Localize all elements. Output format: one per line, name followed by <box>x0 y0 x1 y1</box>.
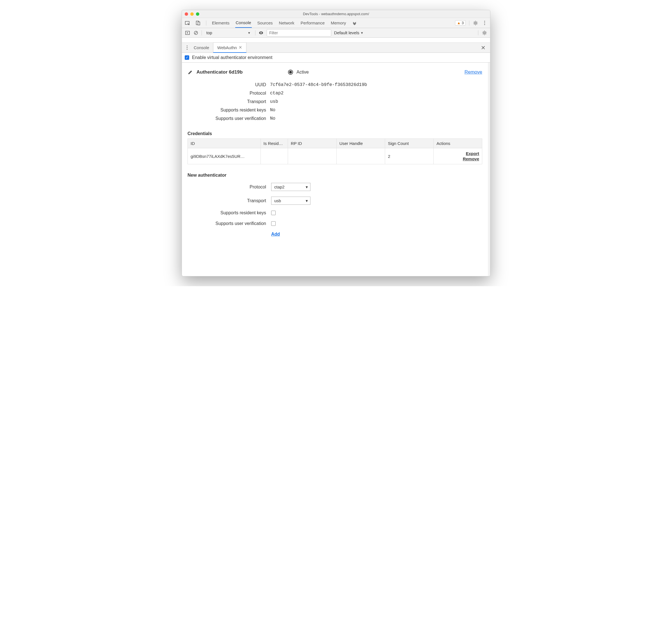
tab-memory[interactable]: Memory <box>330 18 347 27</box>
add-button[interactable]: Add <box>271 232 280 236</box>
credentials-table: ID Is Resid… RP ID User Handle Sign Coun… <box>188 138 482 164</box>
devtools-window: DevTools - webauthndemo.appspot.com/ Ele… <box>182 10 490 276</box>
webauthn-panel: Authenticator 6d19b Active Remove UUID7c… <box>182 63 490 276</box>
svg-point-9 <box>484 32 485 34</box>
tab-elements[interactable]: Elements <box>211 18 230 27</box>
chevron-down-icon: ▼ <box>360 31 363 34</box>
new-transport-label: Transport <box>188 198 266 203</box>
drawer-kebab-icon[interactable] <box>184 44 190 51</box>
gear-icon[interactable] <box>473 20 478 26</box>
filter-input[interactable] <box>267 29 331 37</box>
remove-credential-link[interactable]: Remove <box>436 157 479 161</box>
context-value: top <box>206 30 212 35</box>
enable-label: Enable virtual authenticator environment <box>192 55 272 60</box>
cred-rp-id <box>288 148 336 164</box>
transport-select[interactable]: usb <box>271 196 310 205</box>
new-protocol-label: Protocol <box>188 185 266 190</box>
uuid-label: UUID <box>188 82 266 87</box>
sidebar-toggle-icon[interactable] <box>185 30 190 36</box>
active-radio[interactable] <box>288 70 293 75</box>
drawer-tab-webauthn[interactable]: WebAuthn ✕ <box>213 42 246 53</box>
authenticator-header: Authenticator 6d19b Active Remove <box>188 69 482 75</box>
new-uv-label: Supports user verification <box>188 221 266 226</box>
device-toggle-icon[interactable] <box>195 20 201 26</box>
new-auth-title: New authenticator <box>188 173 482 178</box>
warning-icon: ▲ <box>457 21 461 25</box>
uv-value: No <box>270 116 275 121</box>
tab-sources[interactable]: Sources <box>257 18 273 27</box>
svg-point-3 <box>475 22 476 24</box>
chevron-down-icon: ▼ <box>247 31 251 34</box>
export-link[interactable]: Export <box>436 151 479 156</box>
transport-label: Transport <box>188 99 266 104</box>
transport-value: usb <box>270 99 278 104</box>
window-title: DevTools - webauthndemo.appspot.com/ <box>182 12 490 16</box>
close-drawer-icon[interactable]: ✕ <box>479 44 488 51</box>
table-row: gi9DBsn77iLAXdK7es5UR… 2 Export Remove <box>188 148 482 164</box>
col-is-resident: Is Resid… <box>261 139 288 148</box>
cred-sign-count: 2 <box>385 148 433 164</box>
console-settings-gear-icon[interactable] <box>482 30 487 36</box>
kebab-menu-icon[interactable] <box>482 20 487 26</box>
titlebar: DevTools - webauthndemo.appspot.com/ <box>182 10 490 18</box>
console-toolbar: top ▼ Default levels ▼ <box>182 28 490 38</box>
enable-checkbox[interactable]: ✓ <box>185 55 189 60</box>
tab-network[interactable]: Network <box>279 18 295 27</box>
more-tabs-icon[interactable] <box>352 20 357 26</box>
edit-pencil-icon[interactable] <box>188 69 193 75</box>
rk-value: No <box>270 108 275 113</box>
issues-badge[interactable]: ▲ 3 <box>455 20 466 26</box>
live-expression-icon[interactable] <box>258 30 264 36</box>
col-id: ID <box>188 139 261 148</box>
cred-actions: Export Remove <box>433 148 482 164</box>
rk-checkbox[interactable] <box>271 211 275 215</box>
separator <box>255 30 256 36</box>
context-select[interactable]: top ▼ <box>205 30 253 36</box>
enable-bar: ✓ Enable virtual authenticator environme… <box>182 53 490 63</box>
col-actions: Actions <box>433 139 482 148</box>
tab-performance[interactable]: Performance <box>300 18 325 27</box>
active-label: Active <box>296 70 309 75</box>
remove-authenticator-link[interactable]: Remove <box>464 69 482 75</box>
tab-console[interactable]: Console <box>235 18 252 28</box>
main-tabbar: Elements Console Sources Network Perform… <box>182 18 490 28</box>
svg-point-8 <box>261 32 262 33</box>
cred-is-resident <box>261 148 288 164</box>
inspect-icon[interactable] <box>185 20 190 26</box>
drawer-tab-label: WebAuthn <box>217 45 237 50</box>
svg-line-6 <box>195 32 197 34</box>
drawer-tabbar: Console WebAuthn ✕ ✕ <box>182 43 490 53</box>
rk-label: Supports resident keys <box>188 108 266 113</box>
log-levels-select[interactable]: Default levels ▼ <box>334 30 363 35</box>
col-rp-id: RP ID <box>288 139 336 148</box>
drawer-tab-console[interactable]: Console <box>190 43 213 52</box>
authenticator-name: Authenticator 6d19b <box>196 69 242 75</box>
svg-rect-2 <box>198 22 200 25</box>
col-sign-count: Sign Count <box>385 139 433 148</box>
table-header-row: ID Is Resid… RP ID User Handle Sign Coun… <box>188 139 482 148</box>
levels-value: Default levels <box>334 30 359 35</box>
clear-console-icon[interactable] <box>193 30 199 36</box>
separator <box>478 30 478 36</box>
authenticator-props: UUID7cf6a7e2-0537-48c4-b9fe-f3653826d19b… <box>188 80 482 123</box>
console-spacer <box>182 38 490 43</box>
uuid-value: 7cf6a7e2-0537-48c4-b9fe-f3653826d19b <box>270 82 367 87</box>
credentials-title: Credentials <box>188 131 482 136</box>
col-user-handle: User Handle <box>336 139 385 148</box>
new-rk-label: Supports resident keys <box>188 210 266 215</box>
cred-id: gi9DBsn77iLAXdK7es5UR… <box>188 148 261 164</box>
cred-user-handle <box>336 148 385 164</box>
protocol-value: ctap2 <box>270 91 284 96</box>
uv-label: Supports user verification <box>188 116 266 121</box>
uv-checkbox[interactable] <box>271 221 275 226</box>
separator <box>201 30 202 36</box>
protocol-select[interactable]: ctap2 <box>271 183 310 191</box>
close-tab-icon[interactable]: ✕ <box>239 45 242 50</box>
issues-count: 3 <box>462 21 464 25</box>
protocol-label: Protocol <box>188 91 266 96</box>
